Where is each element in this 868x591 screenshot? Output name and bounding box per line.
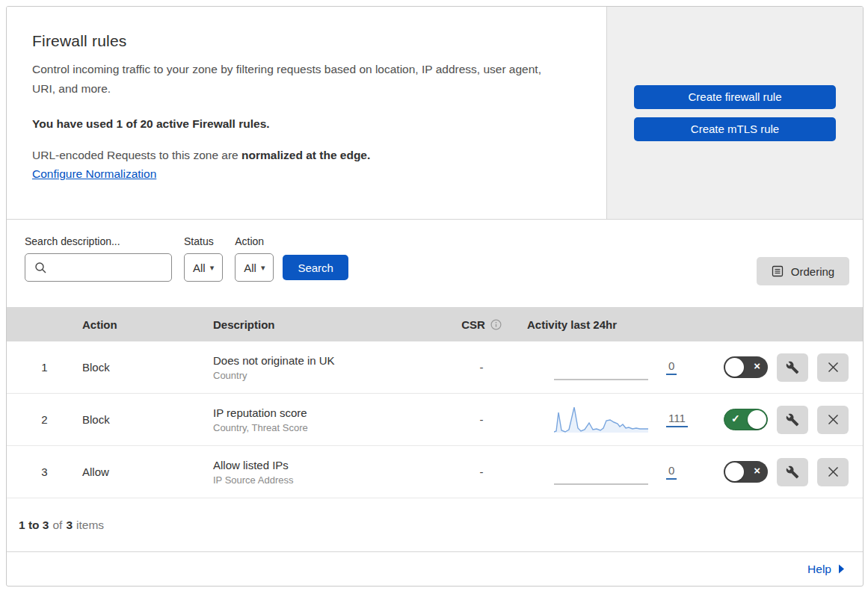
table-header: Action Description CSR Activity last 24h…: [7, 307, 863, 341]
toggle-knob: [748, 410, 766, 429]
wrench-icon: [786, 413, 799, 427]
rule-csr-value: -: [445, 361, 518, 374]
help-link-label: Help: [807, 563, 831, 576]
delete-rule-button[interactable]: [817, 353, 849, 382]
activity-sparkline: [554, 355, 648, 380]
page-description: Control incoming traffic to your zone by…: [32, 60, 563, 99]
rule-csr-value: -: [445, 413, 518, 426]
ordering-button[interactable]: Ordering: [757, 257, 849, 285]
table-row: 1 Block Does not originate in UK Country…: [7, 341, 863, 394]
pagination-summary: 1 to 3 of 3 items: [7, 498, 863, 552]
toggle-knob: [725, 358, 744, 377]
action-dropdown-value: All: [244, 262, 256, 274]
delete-rule-button[interactable]: [817, 458, 849, 486]
rule-action: Block: [82, 361, 213, 374]
arrow-right-icon: [838, 564, 845, 574]
csr-column-label: CSR: [461, 318, 485, 331]
rule-enabled-toggle[interactable]: ×: [724, 461, 768, 483]
activity-sparkline: [554, 407, 648, 433]
search-icon: [34, 262, 47, 274]
table-row: 3 Allow Allow listed IPs IP Source Addre…: [7, 446, 863, 498]
rule-fields: Country: [213, 370, 445, 381]
action-dropdown[interactable]: All ▾: [235, 253, 274, 282]
chevron-down-icon: ▾: [261, 264, 265, 272]
rule-action: Allow: [82, 465, 213, 478]
help-link[interactable]: Help: [807, 563, 845, 576]
info-icon[interactable]: [490, 319, 502, 330]
firewall-rules-card: Firewall rules Control incoming traffic …: [6, 6, 864, 587]
search-box: [25, 253, 172, 282]
edit-rule-button[interactable]: [777, 406, 808, 434]
close-icon: [827, 465, 840, 478]
toggle-on-check-icon: ✓: [731, 412, 740, 424]
header-section: Firewall rules Control incoming traffic …: [7, 7, 863, 220]
action-label: Action: [235, 235, 274, 247]
configure-normalization-link[interactable]: Configure Normalization: [32, 167, 156, 181]
rule-priority: 1: [7, 361, 82, 374]
edit-rule-button[interactable]: [777, 458, 808, 486]
toggle-off-x-icon: ×: [754, 359, 760, 372]
rule-action: Block: [82, 413, 213, 426]
toggle-knob: [725, 462, 744, 481]
chevron-down-icon: ▾: [210, 264, 215, 272]
page-title: Firewall rules: [32, 32, 569, 50]
search-label: Search description...: [25, 235, 172, 247]
activity-count-link[interactable]: 0: [666, 359, 677, 375]
normalization-notice: URL-encoded Requests to this zone are no…: [32, 149, 569, 162]
rule-fields: IP Source Address: [213, 474, 445, 486]
list-icon: [772, 265, 784, 277]
wrench-icon: [786, 465, 799, 479]
create-firewall-rule-button[interactable]: Create firewall rule: [634, 85, 836, 109]
rule-priority: 3: [7, 465, 82, 478]
ordering-button-label: Ordering: [791, 265, 834, 278]
close-icon: [827, 361, 840, 374]
status-dropdown-value: All: [193, 262, 206, 274]
csr-column-header: CSR: [445, 318, 518, 331]
close-icon: [827, 413, 840, 426]
rule-fields: Country, Threat Score: [213, 422, 445, 433]
rule-description: IP reputation score: [213, 406, 445, 419]
activity-sparkline: [554, 460, 648, 485]
normalization-text: URL-encoded Requests to this zone are: [32, 149, 241, 161]
rule-csr-value: -: [445, 465, 518, 478]
rule-description: Does not originate in UK: [213, 354, 445, 367]
create-mtls-rule-button[interactable]: Create mTLS rule: [634, 117, 836, 141]
filter-bar: Search description... Status All ▾ Actio…: [7, 220, 863, 307]
status-label: Status: [184, 235, 223, 247]
status-dropdown[interactable]: All ▾: [184, 253, 223, 282]
usage-notice: You have used 1 of 20 active Firewall ru…: [32, 117, 569, 131]
edit-rule-button[interactable]: [777, 353, 808, 382]
search-input[interactable]: [51, 255, 169, 280]
table-row: 2 Block IP reputation score Country, Thr…: [7, 394, 863, 446]
header-text-panel: Firewall rules Control incoming traffic …: [7, 7, 607, 219]
description-column-header: Description: [213, 318, 445, 331]
toggle-off-x-icon: ×: [754, 464, 760, 477]
delete-rule-button[interactable]: [817, 406, 849, 434]
activity-column-header: Activity last 24hr: [518, 318, 863, 331]
rule-enabled-toggle[interactable]: ×: [724, 356, 768, 378]
rule-enabled-toggle[interactable]: ✓: [724, 409, 768, 430]
help-bar: Help: [7, 552, 863, 586]
action-column-header: Action: [82, 318, 213, 331]
activity-count-link[interactable]: 0: [666, 464, 677, 480]
wrench-icon: [786, 361, 799, 374]
pagination-range: 1 to 3: [19, 519, 49, 531]
search-button[interactable]: Search: [283, 255, 348, 280]
pagination-of: of: [52, 519, 62, 532]
normalization-bold: normalized at the edge.: [241, 149, 370, 161]
activity-count-link[interactable]: 111: [666, 412, 688, 427]
pagination-total: 3: [66, 519, 73, 531]
rule-priority: 2: [7, 413, 82, 426]
actions-panel: Create firewall rule Create mTLS rule: [607, 7, 863, 219]
pagination-items: items: [76, 519, 104, 532]
rule-description: Allow listed IPs: [213, 459, 445, 471]
